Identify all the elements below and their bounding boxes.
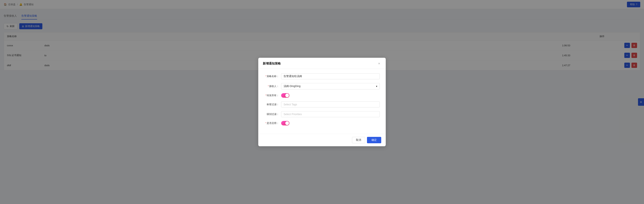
form-row-enabled: 是否启用： bbox=[264, 121, 380, 126]
enabled-label: 是否启用： bbox=[264, 122, 281, 125]
strategy-name-input[interactable] bbox=[281, 73, 380, 79]
name-label: 策略名称： bbox=[264, 74, 281, 78]
confirm-button[interactable]: 确定 bbox=[367, 137, 381, 143]
receiver-select[interactable]: 汤姆-DingDing ▾ bbox=[281, 83, 380, 90]
cancel-button[interactable]: 取消 bbox=[352, 137, 365, 143]
form-row-receiver: 接收人： 汤姆-DingDing ▾ bbox=[264, 83, 380, 90]
receiver-label: 接收人： bbox=[264, 84, 281, 88]
modal-header: 新增通知策略 × bbox=[258, 58, 386, 69]
modal-footer: 取消 确定 bbox=[258, 134, 386, 146]
tag-placeholder: Select Tags bbox=[284, 103, 297, 106]
priority-filter-input[interactable]: Select Priorities bbox=[281, 111, 380, 117]
enabled-toggle-wrap bbox=[281, 121, 290, 126]
tag-filter-input[interactable]: Select Tags bbox=[281, 102, 380, 108]
toggle-slider-enabled bbox=[281, 121, 290, 126]
modal-body: 策略名称： 接收人： 汤姆-DingDing ▾ 转发所有： bbox=[258, 69, 386, 134]
priority-placeholder: Select Priorities bbox=[284, 113, 302, 116]
forward-label: 转发所有： bbox=[264, 94, 281, 97]
form-row-tags: 标签过滤： Select Tags bbox=[264, 102, 380, 108]
forward-toggle[interactable] bbox=[281, 93, 290, 98]
add-strategy-modal: 新增通知策略 × 策略名称： 接收人： 汤姆-DingDing ▾ 转发所有： bbox=[258, 58, 386, 146]
modal-overlay: 新增通知策略 × 策略名称： 接收人： 汤姆-DingDing ▾ 转发所有： bbox=[0, 0, 644, 204]
enabled-toggle[interactable] bbox=[281, 121, 290, 126]
receiver-value: 汤姆-DingDing bbox=[284, 84, 300, 88]
modal-title: 新增通知策略 bbox=[263, 62, 281, 66]
chevron-down-icon: ▾ bbox=[376, 85, 377, 88]
form-row-priority: 级别过滤： Select Priorities bbox=[264, 111, 380, 117]
form-row-forward: 转发所有： bbox=[264, 93, 380, 98]
tag-label: 标签过滤： bbox=[264, 103, 281, 106]
forward-toggle-wrap bbox=[281, 93, 290, 98]
toggle-slider bbox=[281, 93, 290, 98]
priority-label: 级别过滤： bbox=[264, 112, 281, 116]
form-row-name: 策略名称： bbox=[264, 73, 380, 79]
modal-close-button[interactable]: × bbox=[377, 62, 381, 66]
